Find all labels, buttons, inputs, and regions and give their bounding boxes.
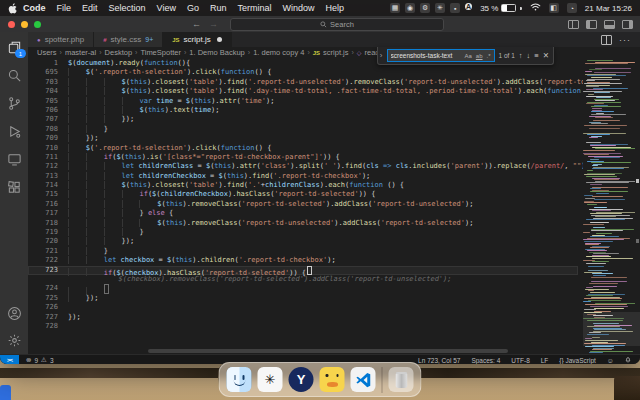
- code-line[interactable]: 728: [28, 322, 578, 331]
- go-forward-icon[interactable]: →: [209, 19, 218, 29]
- code-line[interactable]: 705 var time = $(this).attr('time');: [28, 97, 578, 106]
- find-next-icon[interactable]: ↓: [527, 52, 531, 60]
- code-line[interactable]: 718 $(this).removeClass('report-td-unsel…: [28, 219, 578, 228]
- code-line[interactable]: 726: [28, 303, 578, 312]
- menu-item-code[interactable]: Code: [23, 3, 46, 13]
- statusbar-item-4[interactable]: {} JavaScript: [559, 357, 596, 364]
- menu-item-view[interactable]: View: [157, 3, 176, 13]
- dock-item-trash[interactable]: [389, 367, 414, 392]
- menu-item-go[interactable]: Go: [187, 3, 199, 13]
- code-line[interactable]: 725 });: [28, 294, 578, 303]
- toggle-replace-icon[interactable]: ›: [380, 51, 383, 60]
- code-line[interactable]: 707 });: [28, 115, 578, 124]
- statusbar-item-1[interactable]: Spaces: 4: [471, 357, 500, 364]
- minimap-slider[interactable]: [583, 312, 640, 346]
- zoom-window-button[interactable]: [34, 21, 41, 28]
- tab-style-css[interactable]: #style.css9+: [94, 32, 163, 47]
- breadcrumb-item[interactable]: script.js: [323, 48, 348, 57]
- menu-item-edit[interactable]: Edit: [82, 3, 98, 13]
- match-case-toggle[interactable]: Aa: [465, 53, 472, 59]
- customize-layout-icon[interactable]: [568, 20, 579, 29]
- battery-indicator[interactable]: 35 %: [480, 4, 522, 13]
- menubar-extra-icon-1[interactable]: ◧: [549, 3, 559, 13]
- code-line[interactable]: 708 }: [28, 125, 578, 134]
- toggle-panel-icon[interactable]: [604, 20, 615, 29]
- apple-menu-icon[interactable]: [8, 3, 19, 14]
- code-line[interactable]: 695 $('.report-th-selection').click(func…: [28, 68, 578, 77]
- statusbar-item-2[interactable]: UTF-8: [511, 357, 529, 364]
- code-line[interactable]: $(checkbox).removeClass('report-td-selec…: [28, 275, 578, 284]
- feedback-icon[interactable]: ☺: [607, 357, 614, 364]
- code-line[interactable]: 724: [28, 284, 578, 293]
- code-line[interactable]: 712 let childrenClass = $(this).attr('cl…: [28, 162, 578, 171]
- menubar-clock[interactable]: 21 Mar 15:26: [585, 4, 632, 13]
- code-line[interactable]: 703 $(this).closest('table').find('.repo…: [28, 78, 578, 87]
- find-in-selection-icon[interactable]: ≡: [534, 52, 538, 60]
- code-line[interactable]: 709 });: [28, 134, 578, 143]
- horizontal-scrollbar[interactable]: [148, 349, 508, 353]
- dock-item-vscode[interactable]: [351, 367, 376, 392]
- problems-status[interactable]: ⊗ 9 ⚠ 3: [19, 356, 61, 364]
- menu-item-window[interactable]: Window: [282, 3, 314, 13]
- statusbar-item-3[interactable]: LF: [541, 357, 549, 364]
- code-line[interactable]: 715 if($(childrenCheckbox).hasClass('rep…: [28, 190, 578, 199]
- menubar-app-icon-1[interactable]: ▦: [390, 3, 400, 13]
- remote-indicator[interactable]: ><: [0, 355, 19, 364]
- close-window-button[interactable]: [8, 21, 15, 28]
- minimize-window-button[interactable]: [21, 21, 28, 28]
- find-input[interactable]: [391, 52, 461, 59]
- toggle-primary-sidebar-icon[interactable]: [586, 20, 597, 29]
- code-line[interactable]: 719 }: [28, 228, 578, 237]
- menu-item-help[interactable]: Help: [325, 3, 344, 13]
- code-line[interactable]: 723 if($(checkbox).hasClass('report-td-s…: [28, 266, 578, 275]
- find-previous-icon[interactable]: ↑: [519, 52, 523, 60]
- code-line[interactable]: 713 let childrenCheckbox = $(this).find(…: [28, 172, 578, 181]
- wifi-icon[interactable]: [530, 3, 541, 13]
- title-bar[interactable]: ← → Search: [0, 16, 640, 32]
- dock-item-y-browser[interactable]: Y: [289, 367, 314, 392]
- run-debug-icon[interactable]: [6, 123, 22, 139]
- explorer-icon[interactable]: 1: [6, 39, 22, 55]
- search-icon[interactable]: [6, 67, 22, 83]
- whole-word-toggle[interactable]: ab: [476, 53, 483, 59]
- toggle-secondary-sidebar-icon[interactable]: [622, 20, 633, 29]
- menubar-app-icon-3[interactable]: ⚙: [420, 3, 430, 13]
- breadcrumb-item[interactable]: master-al: [65, 48, 96, 57]
- remote-icon[interactable]: [6, 151, 22, 167]
- menubar-app-icon-6[interactable]: A: [465, 3, 472, 10]
- dock-item-chatgpt[interactable]: ✳: [258, 367, 283, 392]
- menu-item-selection[interactable]: Selection: [109, 3, 146, 13]
- split-editor-icon[interactable]: [601, 35, 612, 45]
- menubar-app-icon-4[interactable]: ✳: [435, 3, 445, 13]
- breadcrumb-item[interactable]: Desktop: [105, 48, 133, 57]
- go-back-icon[interactable]: ←: [192, 19, 201, 29]
- breadcrumb-item[interactable]: Users: [37, 48, 57, 57]
- code-line[interactable]: 714 $(this).closest('table').find('.'+ch…: [28, 181, 578, 190]
- source-control-icon[interactable]: [6, 95, 22, 111]
- accounts-icon[interactable]: [6, 305, 22, 321]
- code-line[interactable]: 720 });: [28, 237, 578, 246]
- notifications-bell-icon[interactable]: [625, 356, 631, 364]
- code-line[interactable]: 717 } else {: [28, 209, 578, 218]
- code-editor[interactable]: 1$(document).ready(function(){695 $('.re…: [28, 58, 640, 354]
- breadcrumb-item[interactable]: 1. demo copy 4: [253, 48, 304, 57]
- code-line[interactable]: 704 $(this).closest('table').find('.day-…: [28, 87, 578, 96]
- code-line[interactable]: 706 $(this).text(time);: [28, 106, 578, 115]
- code-line[interactable]: 710 $('.report-td-selection').click(func…: [28, 144, 578, 153]
- dock-item-finder[interactable]: [227, 367, 252, 392]
- code-line[interactable]: 721 }: [28, 247, 578, 256]
- code-line[interactable]: 727});: [28, 313, 578, 322]
- extensions-icon[interactable]: [6, 179, 22, 195]
- statusbar-item-0[interactable]: Ln 723, Col 57: [418, 357, 460, 364]
- menubar-extra-icon-2[interactable]: ◔: [567, 3, 577, 13]
- menubar-app-icon-2[interactable]: ◉: [405, 3, 415, 13]
- menu-item-run[interactable]: Run: [210, 3, 227, 13]
- tab-script-js[interactable]: JSscript.js: [163, 32, 231, 47]
- regex-toggle[interactable]: .*: [487, 53, 491, 59]
- tab-spotter-php[interactable]: ●spotter.php: [28, 32, 94, 47]
- dock-item-duck[interactable]: [320, 367, 345, 392]
- menu-item-file[interactable]: File: [57, 3, 72, 13]
- modified-dot-icon[interactable]: [217, 37, 222, 42]
- breadcrumb-item[interactable]: 1. Demo Backup: [189, 48, 244, 57]
- minimap[interactable]: [583, 58, 635, 354]
